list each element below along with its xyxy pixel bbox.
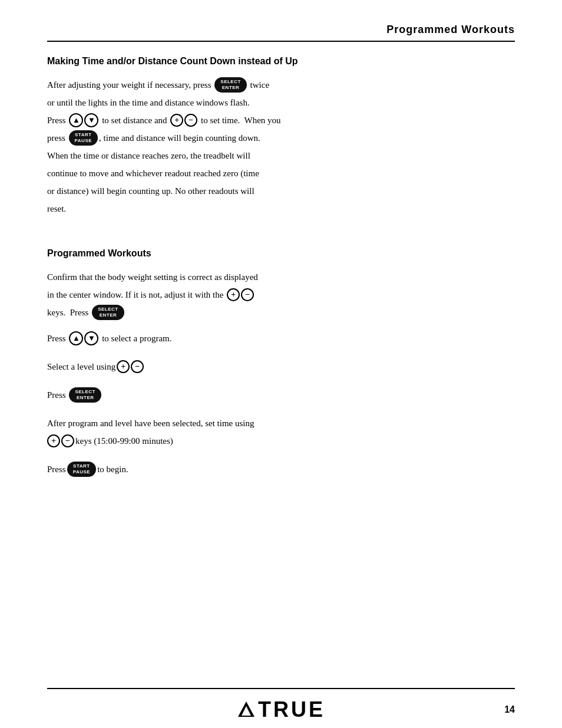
para-confirm-2: in the center window. If it is not, adju… (47, 286, 515, 304)
arrow-up-1[interactable]: ▲ (69, 113, 83, 127)
text-after-adjusting: After adjusting your weight if necessary… (47, 76, 213, 94)
text-press-arrows: Press (47, 330, 68, 347)
page-footer: TRUE 14 (47, 688, 515, 728)
section1-text: After adjusting your weight if necessary… (47, 76, 515, 218)
arrow-up-2[interactable]: ▲ (69, 331, 83, 345)
para-select-level: Select a level using + − (47, 358, 515, 375)
text-to-select-program: to select a program. (100, 330, 171, 347)
select-button-2[interactable]: SELECTENTER (92, 305, 124, 319)
section-programmed: Programmed Workouts Confirm that the bod… (47, 248, 515, 489)
arrow-down-1[interactable]: ▼ (84, 113, 98, 127)
start-button-1[interactable]: STARTPAUSE (69, 130, 98, 145)
select-button-3[interactable]: SELECTENTER (69, 387, 101, 402)
para-after-program-2: + − keys (15:00-99:00 minutes) (47, 432, 515, 450)
true-logo: TRUE (237, 697, 325, 722)
plus-btn-3[interactable]: + (117, 360, 130, 373)
text-select-level: Select a level using (47, 358, 115, 375)
text-to-begin: to begin. (97, 460, 128, 478)
para-1: After adjusting your weight if necessary… (47, 76, 515, 94)
para-7: or distance) will begin counting up. No … (47, 182, 515, 200)
plus-btn-4[interactable]: + (47, 434, 60, 447)
text-press-1: Press (47, 111, 68, 129)
select-button-1[interactable]: SELECTENTER (214, 77, 247, 92)
text-keys-press: keys. Press (47, 304, 91, 321)
para-3: Press ▲ ▼ to set distance and + − to set… (47, 111, 515, 129)
text-keys-minutes: keys (15:00-99:00 minutes) (75, 432, 173, 450)
logo-text: TRUE (258, 697, 325, 722)
footer-logo-container: TRUE (237, 697, 325, 722)
text-press-select: Press (47, 386, 68, 404)
para-confirm-1: Confirm that the body weight setting is … (47, 268, 515, 286)
page-number: 14 (504, 704, 515, 715)
text-set-distance: to set distance and (100, 111, 169, 129)
plus-btn-1[interactable]: + (170, 114, 183, 127)
page-header: Programmed Workouts (47, 24, 515, 42)
arrow-down-2[interactable]: ▼ (84, 331, 98, 345)
para-6: continue to move and whichever readout r… (47, 164, 515, 182)
text-press-start: Press (47, 460, 66, 478)
para-2: or until the lights in the time and dist… (47, 94, 515, 111)
text-set-time: to set time. When you (199, 111, 280, 129)
text-twice: twice (248, 76, 269, 94)
section2-text: Confirm that the body weight setting is … (47, 268, 515, 478)
text-counting: , time and distance will begin counting … (99, 129, 260, 147)
text-center-window: in the center window. If it is not, adju… (47, 286, 226, 304)
section-heading-1: Making Time and/or Distance Count Down i… (47, 56, 515, 67)
text-press-2: press (47, 129, 68, 147)
page-title: Programmed Workouts (386, 24, 515, 35)
minus-btn-4[interactable]: − (61, 434, 74, 447)
logo-triangle-icon (237, 700, 256, 719)
start-button-2[interactable]: STARTPAUSE (67, 462, 96, 476)
para-confirm-3: keys. Press SELECTENTER (47, 304, 515, 321)
para-press-select: Press SELECTENTER (47, 386, 515, 404)
section-heading-2: Programmed Workouts (47, 248, 515, 259)
minus-btn-2[interactable]: − (241, 288, 254, 301)
para-5: When the time or distance reaches zero, … (47, 147, 515, 164)
section-countdown: Making Time and/or Distance Count Down i… (47, 56, 515, 218)
para-8: reset. (47, 200, 515, 218)
minus-btn-3[interactable]: − (131, 360, 144, 373)
plus-btn-2[interactable]: + (227, 288, 240, 301)
para-select-program: Press ▲ ▼ to select a program. (47, 330, 515, 347)
para-4: press STARTPAUSE , time and distance wil… (47, 129, 515, 147)
page: Programmed Workouts Making Time and/or D… (0, 0, 562, 728)
para-after-program-1: After program and level have been select… (47, 414, 515, 432)
para-press-start: Press STARTPAUSE to begin. (47, 460, 515, 478)
minus-btn-1[interactable]: − (184, 114, 197, 127)
